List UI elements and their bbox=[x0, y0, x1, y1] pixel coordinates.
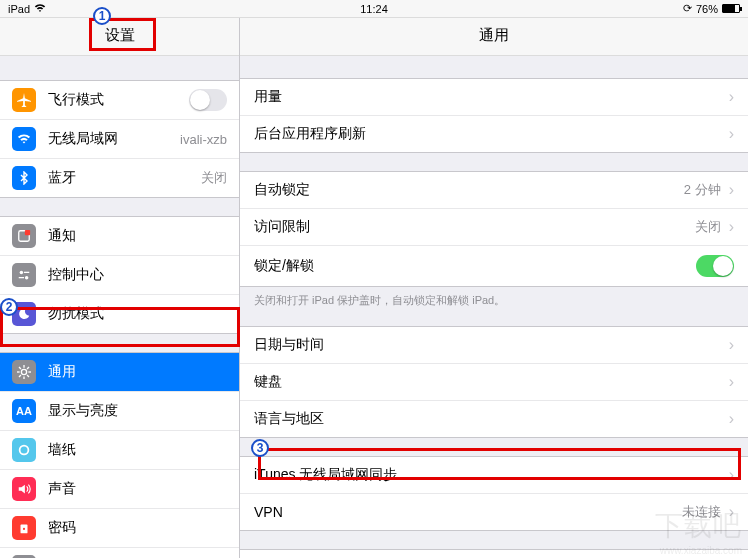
sidebar-item-cc[interactable]: 控制中心 bbox=[0, 256, 239, 295]
sidebar-item-pw[interactable]: 密码 bbox=[0, 509, 239, 548]
row-label: 语言与地区 bbox=[254, 410, 729, 428]
chevron-right-icon: › bbox=[729, 88, 734, 106]
row-访问限制[interactable]: 访问限制关闭› bbox=[240, 209, 748, 246]
main-panel: 通用 用量›后台应用程序刷新›自动锁定2 分钟›访问限制关闭›锁定/解锁关闭和打… bbox=[240, 18, 748, 558]
svg-point-2 bbox=[20, 271, 24, 275]
svg-point-4 bbox=[25, 276, 29, 280]
sidebar-item-label: 声音 bbox=[48, 480, 227, 498]
main-title: 通用 bbox=[240, 18, 748, 56]
row-label: 访问限制 bbox=[254, 218, 695, 236]
sidebar-item-aa[interactable]: AA显示与亮度 bbox=[0, 392, 239, 431]
svg-line-11 bbox=[19, 367, 21, 369]
chevron-right-icon: › bbox=[729, 218, 734, 236]
row-label: 锁定/解锁 bbox=[254, 257, 696, 275]
row-VPN[interactable]: VPN未连接› bbox=[240, 494, 748, 530]
sidebar-item-label: 通用 bbox=[48, 363, 227, 381]
sidebar-item-label: 飞行模式 bbox=[48, 91, 177, 109]
sidebar-item-notif[interactable]: 通知 bbox=[0, 217, 239, 256]
toggle[interactable] bbox=[189, 89, 227, 111]
svg-point-18 bbox=[23, 528, 25, 530]
status-bar: iPad 11:24 ⟳ 76% bbox=[0, 0, 748, 18]
row-label: VPN bbox=[254, 504, 682, 520]
sidebar-title: 设置 bbox=[0, 18, 239, 56]
svg-point-6 bbox=[21, 369, 26, 374]
row-label: 日期与时间 bbox=[254, 336, 729, 354]
row-value: 关闭 bbox=[695, 218, 721, 236]
sidebar-item-gear[interactable]: 通用 bbox=[0, 353, 239, 392]
row-键盘[interactable]: 键盘› bbox=[240, 364, 748, 401]
wall-icon bbox=[12, 438, 36, 462]
sidebar-item-sound[interactable]: 声音 bbox=[0, 470, 239, 509]
sidebar-item-label: 显示与亮度 bbox=[48, 402, 227, 420]
chevron-right-icon: › bbox=[729, 125, 734, 143]
sidebar-item-dnd[interactable]: 勿扰模式 bbox=[0, 295, 239, 333]
svg-point-16 bbox=[21, 447, 28, 454]
wifi-icon bbox=[34, 3, 46, 15]
sidebar-item-label: 蓝牙 bbox=[48, 169, 189, 187]
sidebar-item-label: 无线局域网 bbox=[48, 130, 168, 148]
pw-icon bbox=[12, 516, 36, 540]
chevron-right-icon: › bbox=[729, 410, 734, 428]
row-label: 自动锁定 bbox=[254, 181, 684, 199]
row-语言与地区[interactable]: 语言与地区› bbox=[240, 401, 748, 437]
notif-icon bbox=[12, 224, 36, 248]
sidebar-item-label: 墙纸 bbox=[48, 441, 227, 459]
row-用量[interactable]: 用量› bbox=[240, 79, 748, 116]
row-iTunes 无线局域网同步[interactable]: iTunes 无线局域网同步› bbox=[240, 457, 748, 494]
chevron-right-icon: › bbox=[729, 181, 734, 199]
aa-icon: AA bbox=[12, 399, 36, 423]
sidebar-item-label: 密码 bbox=[48, 519, 227, 537]
svg-line-14 bbox=[27, 367, 29, 369]
sidebar-item-airplane[interactable]: 飞行模式 bbox=[0, 81, 239, 120]
sidebar-item-label: 通知 bbox=[48, 227, 227, 245]
sidebar-item-value: 关闭 bbox=[201, 169, 227, 187]
row-value: 未连接 bbox=[682, 503, 721, 521]
svg-line-13 bbox=[19, 375, 21, 377]
airplane-icon bbox=[12, 88, 36, 112]
chevron-right-icon: › bbox=[729, 373, 734, 391]
svg-rect-1 bbox=[25, 230, 30, 235]
chevron-right-icon: › bbox=[729, 503, 734, 521]
row-label: 键盘 bbox=[254, 373, 729, 391]
sidebar-item-label: 勿扰模式 bbox=[48, 305, 227, 323]
cc-icon bbox=[12, 263, 36, 287]
battery-pct: 76% bbox=[696, 3, 718, 15]
sidebar: 设置 飞行模式无线局域网ivali-xzb蓝牙关闭通知控制中心勿扰模式通用AA显… bbox=[0, 18, 240, 558]
bt-icon bbox=[12, 166, 36, 190]
row-value: 2 分钟 bbox=[684, 181, 721, 199]
wifi-icon bbox=[12, 127, 36, 151]
sidebar-item-priv[interactable]: 隐私 bbox=[0, 548, 239, 558]
row-自动锁定[interactable]: 自动锁定2 分钟› bbox=[240, 172, 748, 209]
chevron-right-icon: › bbox=[729, 466, 734, 484]
row-label: iTunes 无线局域网同步 bbox=[254, 466, 729, 484]
clock: 11:24 bbox=[248, 3, 500, 15]
row-还原[interactable]: 还原› bbox=[240, 550, 748, 558]
battery-icon bbox=[722, 4, 740, 13]
row-label: 后台应用程序刷新 bbox=[254, 125, 729, 143]
gear-icon bbox=[12, 360, 36, 384]
toggle[interactable] bbox=[696, 255, 734, 277]
row-日期与时间[interactable]: 日期与时间› bbox=[240, 327, 748, 364]
svg-line-12 bbox=[27, 375, 29, 377]
carrier-label: iPad bbox=[8, 3, 30, 15]
sidebar-item-bt[interactable]: 蓝牙关闭 bbox=[0, 159, 239, 197]
sound-icon bbox=[12, 477, 36, 501]
row-label: 用量 bbox=[254, 88, 729, 106]
chevron-right-icon: › bbox=[729, 336, 734, 354]
row-锁定/解锁[interactable]: 锁定/解锁 bbox=[240, 246, 748, 286]
sidebar-item-wall[interactable]: 墙纸 bbox=[0, 431, 239, 470]
row-后台应用程序刷新[interactable]: 后台应用程序刷新› bbox=[240, 116, 748, 152]
orientation-lock-icon: ⟳ bbox=[683, 2, 692, 15]
dnd-icon bbox=[12, 302, 36, 326]
sidebar-item-value: ivali-xzb bbox=[180, 132, 227, 147]
sidebar-item-wifi[interactable]: 无线局域网ivali-xzb bbox=[0, 120, 239, 159]
group-footnote: 关闭和打开 iPad 保护盖时，自动锁定和解锁 iPad。 bbox=[240, 287, 748, 308]
sidebar-item-label: 控制中心 bbox=[48, 266, 227, 284]
